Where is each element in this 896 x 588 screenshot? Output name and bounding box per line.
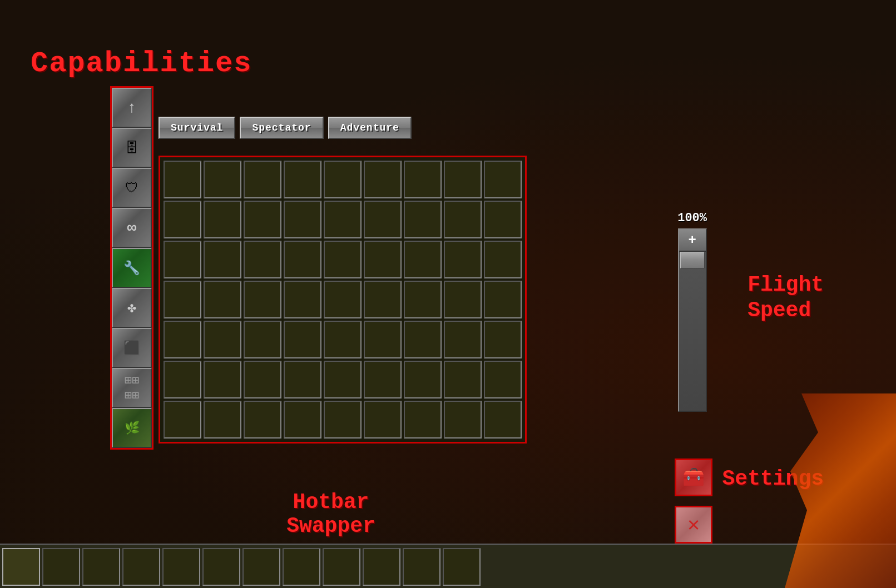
inventory-cell[interactable] — [404, 241, 442, 278]
hotbar-swapper-line2: Swapper — [159, 514, 503, 538]
inventory-cell[interactable] — [204, 281, 241, 318]
inventory-cell[interactable] — [484, 281, 522, 318]
sidebar-item-movement[interactable] — [112, 88, 152, 128]
hotbar-cell[interactable] — [42, 548, 80, 586]
hotbar-cell[interactable] — [403, 548, 440, 586]
slider-plus-button[interactable]: + — [679, 230, 706, 252]
right-decoration — [785, 393, 896, 588]
spectator-button[interactable]: Spectator — [240, 117, 323, 139]
inventory-cell[interactable] — [284, 201, 321, 238]
hotbar-cell[interactable] — [82, 548, 120, 586]
inventory-cell[interactable] — [244, 201, 281, 238]
close-button[interactable]: ✕ — [675, 506, 712, 544]
settings-button[interactable]: 🧰 — [675, 459, 712, 496]
infinity-icon: ∞ — [127, 220, 137, 237]
inventory-cell[interactable] — [364, 321, 402, 358]
inventory-cell[interactable] — [284, 401, 321, 438]
inventory-cell[interactable] — [284, 161, 321, 198]
inventory-cell[interactable] — [204, 241, 241, 278]
inventory-cell[interactable] — [244, 401, 281, 438]
sidebar-item-infinity[interactable]: ∞ — [112, 208, 152, 248]
inventory-cell[interactable] — [484, 321, 522, 358]
sidebar-item-storage[interactable]: 🗄 — [112, 128, 152, 168]
hotbar-cell[interactable] — [283, 548, 320, 586]
inventory-cell[interactable] — [364, 161, 402, 198]
inventory-cell[interactable] — [364, 401, 402, 438]
inventory-cell[interactable] — [164, 201, 201, 238]
inventory-cell[interactable] — [204, 201, 241, 238]
inventory-cell[interactable] — [284, 281, 321, 318]
inventory-cell[interactable] — [324, 321, 362, 358]
inventory-cell[interactable] — [364, 201, 402, 238]
hotbar-cell[interactable] — [443, 548, 481, 586]
inventory-cell[interactable] — [444, 321, 482, 358]
inventory-cell[interactable] — [484, 241, 522, 278]
flight-label-line1: Flight — [748, 272, 824, 298]
inventory-cell[interactable] — [324, 201, 362, 238]
inventory-cell[interactable] — [444, 401, 482, 438]
inventory-cell[interactable] — [484, 401, 522, 438]
adventure-button[interactable]: Adventure — [328, 117, 412, 139]
inventory-cell[interactable] — [364, 361, 402, 398]
hotbar-cell[interactable] — [162, 548, 200, 586]
inventory-cell[interactable] — [204, 401, 241, 438]
inventory-cell[interactable] — [484, 201, 522, 238]
inventory-cell[interactable] — [364, 241, 402, 278]
inventory-cell[interactable] — [444, 201, 482, 238]
slider-track[interactable]: + — [678, 228, 707, 412]
sidebar-item-blocks[interactable]: ⬛ — [112, 328, 152, 368]
inventory-cell[interactable] — [244, 321, 281, 358]
inventory-cell[interactable] — [204, 161, 241, 198]
inventory-cell[interactable] — [164, 161, 201, 198]
inventory-cell[interactable] — [444, 281, 482, 318]
inventory-cell[interactable] — [244, 241, 281, 278]
sidebar-item-navigation[interactable]: ✤ — [112, 288, 152, 328]
inventory-cell[interactable] — [444, 361, 482, 398]
mode-buttons: Survival Spectator Adventure — [159, 117, 412, 139]
inventory-cell[interactable] — [404, 361, 442, 398]
hotbar-cell[interactable] — [122, 548, 160, 586]
inventory-cell[interactable] — [164, 281, 201, 318]
inventory-cell[interactable] — [404, 201, 442, 238]
inventory-cell[interactable] — [164, 241, 201, 278]
hotbar-cell[interactable] — [2, 548, 40, 586]
survival-button[interactable]: Survival — [159, 117, 235, 139]
inventory-cell[interactable] — [324, 401, 362, 438]
inventory-cell[interactable] — [324, 281, 362, 318]
inventory-cell[interactable] — [484, 161, 522, 198]
inventory-cell[interactable] — [324, 361, 362, 398]
sidebar-item-crafting[interactable]: ⊞⊞⊞⊞ — [112, 368, 152, 408]
inventory-cell[interactable] — [484, 361, 522, 398]
inventory-cell[interactable] — [444, 161, 482, 198]
inventory-cell[interactable] — [404, 281, 442, 318]
inventory-cell[interactable] — [284, 361, 321, 398]
sidebar-item-armor[interactable]: 🛡 — [112, 168, 152, 208]
speed-percentage: 100% — [677, 211, 707, 225]
inventory-cell[interactable] — [404, 401, 442, 438]
grid-icon: ⊞⊞⊞⊞ — [125, 373, 140, 403]
inventory-container — [159, 156, 527, 444]
inventory-cell[interactable] — [204, 361, 241, 398]
inventory-cell[interactable] — [204, 321, 241, 358]
inventory-cell[interactable] — [444, 241, 482, 278]
inventory-cell[interactable] — [164, 321, 201, 358]
inventory-cell[interactable] — [284, 321, 321, 358]
sidebar-item-nature[interactable]: 🌿 — [112, 408, 152, 448]
inventory-cell[interactable] — [164, 361, 201, 398]
inventory-cell[interactable] — [244, 361, 281, 398]
inventory-cell[interactable] — [244, 161, 281, 198]
hotbar-cell[interactable] — [323, 548, 360, 586]
inventory-cell[interactable] — [404, 321, 442, 358]
sidebar-item-tools[interactable]: 🔧 — [112, 248, 152, 288]
hotbar-cell[interactable] — [363, 548, 400, 586]
inventory-cell[interactable] — [324, 161, 362, 198]
inventory-cell[interactable] — [364, 281, 402, 318]
hotbar-cell[interactable] — [202, 548, 240, 586]
inventory-cell[interactable] — [404, 161, 442, 198]
inventory-cell[interactable] — [164, 401, 201, 438]
inventory-cell[interactable] — [284, 241, 321, 278]
inventory-cell[interactable] — [244, 281, 281, 318]
inventory-cell[interactable] — [324, 241, 362, 278]
hotbar-cell[interactable] — [242, 548, 280, 586]
slider-thumb[interactable] — [680, 252, 705, 268]
